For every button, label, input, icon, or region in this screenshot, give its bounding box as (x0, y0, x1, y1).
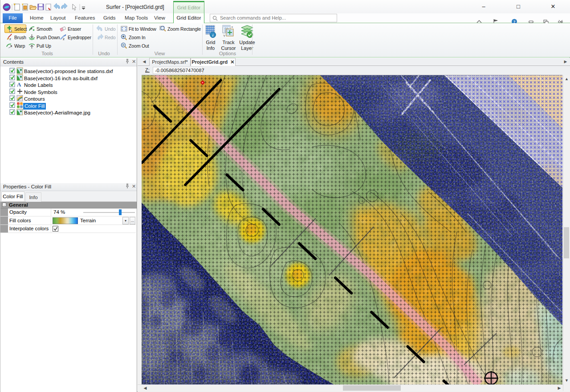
svg-text:Y: Y (223, 34, 226, 38)
svg-text:A: A (17, 81, 21, 88)
svg-text:z: z (63, 37, 65, 41)
svg-text:×: × (231, 25, 233, 29)
svg-text:z: z (9, 37, 11, 41)
